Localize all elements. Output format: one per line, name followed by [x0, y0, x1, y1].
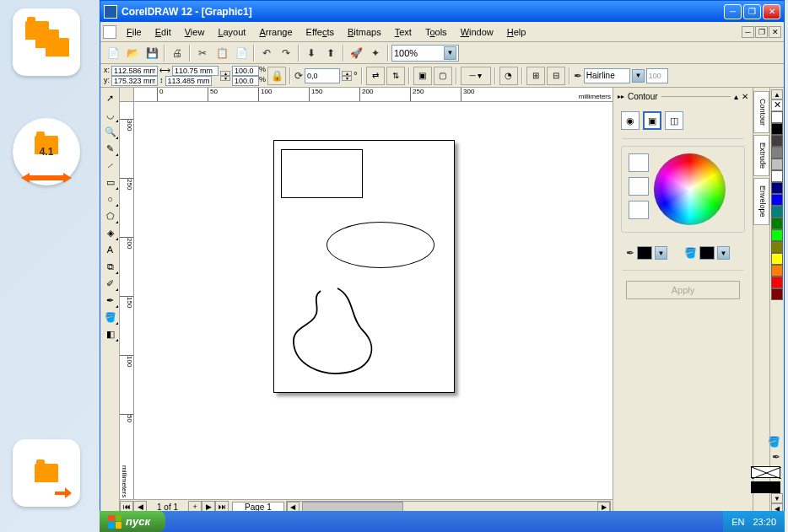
docker-titlebar[interactable]: ▸▸ Contour ▴ ✕ [616, 90, 750, 103]
palette-color-6[interactable] [771, 182, 783, 194]
document-icon[interactable] [103, 25, 116, 39]
menu-text[interactable]: Text [388, 25, 418, 39]
contour-to-center-button[interactable]: ◉ [621, 111, 640, 130]
new-button[interactable]: 📄 [104, 44, 122, 62]
palette-color-14[interactable] [771, 277, 783, 288]
freehand-tool[interactable]: ✎ [101, 140, 119, 157]
cut-button[interactable]: ✂ [193, 44, 212, 62]
contour-inside-button[interactable]: ▣ [643, 111, 661, 130]
outline-val-input[interactable] [646, 68, 668, 83]
interactive-blend-tool[interactable]: ⧉ [101, 258, 119, 275]
palette-color-10[interactable] [771, 229, 783, 241]
start-button[interactable]: пуск [100, 511, 165, 532]
spin-down[interactable]: ▾ [220, 76, 230, 81]
doc-minimize-button[interactable]: ─ [742, 26, 754, 38]
clock[interactable]: 23:20 [753, 517, 776, 527]
scale-x-input[interactable] [232, 66, 259, 76]
ellipse-shape[interactable] [327, 222, 434, 268]
lock-ratio-button[interactable]: 🔒 [267, 67, 286, 85]
y-input[interactable] [111, 76, 158, 86]
shape-tool[interactable]: ◡ [101, 106, 119, 123]
palette-color-11[interactable] [771, 241, 783, 253]
save-button[interactable]: 💾 [143, 44, 161, 62]
harmony-button-1[interactable] [629, 153, 649, 172]
smart-draw-tool[interactable]: ⟋ [101, 157, 119, 174]
basic-shapes-tool[interactable]: ◈ [101, 224, 119, 241]
height-input[interactable] [165, 76, 212, 86]
palette-color-1[interactable] [771, 123, 783, 135]
palette-color-13[interactable] [771, 265, 783, 277]
palette-up-button[interactable]: ▲ [771, 89, 783, 99]
paste-button[interactable]: 📄 [232, 44, 251, 62]
app-launcher-button[interactable]: 🚀 [347, 44, 365, 62]
palette-color-12[interactable] [771, 253, 783, 265]
menu-window[interactable]: Window [454, 25, 500, 39]
interactive-fill-tool[interactable]: ◧ [101, 325, 119, 342]
freehand-shape[interactable] [287, 284, 397, 381]
ruler-horizontal[interactable]: 0 50 100 150 200 250 300 millimeters [120, 88, 613, 102]
outline-tool[interactable]: ✒ [101, 292, 119, 309]
status-black-swatch[interactable] [751, 481, 780, 493]
zoom-tool[interactable]: 🔍 [101, 123, 119, 140]
menu-tools[interactable]: Tools [418, 25, 454, 39]
outline-color-swatch[interactable] [637, 246, 652, 260]
folder-stack-icon[interactable] [13, 8, 80, 76]
titlebar[interactable]: CorelDRAW 12 - [Graphic1] ─ ❐ ✕ [100, 1, 784, 22]
pick-tool[interactable]: ➚ [101, 89, 119, 106]
palette-color-8[interactable] [771, 206, 783, 218]
outline-width-combo[interactable]: Hairline [584, 68, 630, 83]
folder-forward-icon[interactable] [13, 439, 80, 507]
rotation-input[interactable] [305, 68, 340, 83]
docker-menu-icon[interactable]: ▴ [734, 92, 738, 101]
redo-button[interactable]: ↷ [277, 44, 295, 62]
menu-bitmaps[interactable]: Bitmaps [341, 25, 388, 39]
ungroup-button[interactable]: ⊞ [526, 67, 545, 85]
doc-close-button[interactable]: ✕ [769, 26, 781, 38]
palette-down-button[interactable]: ▼ [771, 493, 783, 503]
language-indicator[interactable]: EN [731, 517, 744, 527]
hairline-dropdown-icon[interactable]: ▼ [632, 69, 645, 83]
system-tray[interactable]: EN 23:20 [723, 511, 785, 532]
scale-y-input[interactable] [232, 76, 259, 86]
palette-color-9[interactable] [771, 218, 783, 229]
chapter-badge[interactable]: 4.1 [13, 118, 80, 185]
palette-color-0[interactable] [771, 111, 783, 123]
rot-spin-down[interactable]: ▾ [342, 76, 352, 81]
x-input[interactable] [111, 66, 158, 76]
harmony-button-2[interactable] [629, 177, 649, 196]
import-button[interactable]: ⬇ [302, 44, 321, 62]
ruler-corner[interactable] [120, 88, 134, 102]
print-button[interactable]: 🖨 [168, 44, 186, 62]
mirror-h-button[interactable]: ⇄ [366, 67, 385, 85]
color-wheel[interactable] [654, 153, 726, 225]
contour-outside-button[interactable]: ◫ [665, 111, 683, 130]
rectangle-shape[interactable] [281, 149, 363, 198]
width-input[interactable] [172, 66, 219, 76]
to-front-button[interactable]: ▣ [413, 67, 432, 85]
apply-button[interactable]: Apply [626, 281, 740, 299]
polygon-tool[interactable]: ⬠ [101, 207, 119, 224]
palette-color-2[interactable] [771, 135, 783, 147]
outline-dropdown-icon[interactable]: ▼ [655, 246, 667, 260]
docker-close-icon[interactable]: ✕ [742, 92, 748, 101]
palette-color-4[interactable] [771, 159, 783, 170]
tab-contour[interactable]: Contour [753, 91, 769, 133]
menu-file[interactable]: File [120, 25, 148, 39]
harmony-button-3[interactable] [629, 201, 649, 219]
menu-edit[interactable]: Edit [148, 25, 178, 39]
drawing-canvas[interactable] [134, 102, 613, 499]
open-button[interactable]: 📂 [123, 44, 142, 62]
mirror-v-button[interactable]: ⇅ [386, 67, 405, 85]
copy-button[interactable]: 📋 [213, 44, 231, 62]
rectangle-tool[interactable]: ▭ [101, 174, 119, 191]
tab-extrude[interactable]: Extrude [753, 135, 769, 176]
fill-tool[interactable]: 🪣 [101, 309, 119, 325]
wrap-button[interactable]: ─ ▾ [461, 67, 491, 85]
doc-restore-button[interactable]: ❐ [755, 26, 768, 38]
ungroup-all-button[interactable]: ⊟ [547, 67, 565, 85]
undo-button[interactable]: ↶ [257, 44, 276, 62]
tab-envelope[interactable]: Envelope [753, 178, 769, 225]
convert-curves-button[interactable]: ◔ [499, 67, 518, 85]
ruler-vertical[interactable]: 300 250 200 150 100 50 millimeters [120, 102, 134, 499]
zoom-combo[interactable]: 100% ▼ [391, 45, 459, 62]
